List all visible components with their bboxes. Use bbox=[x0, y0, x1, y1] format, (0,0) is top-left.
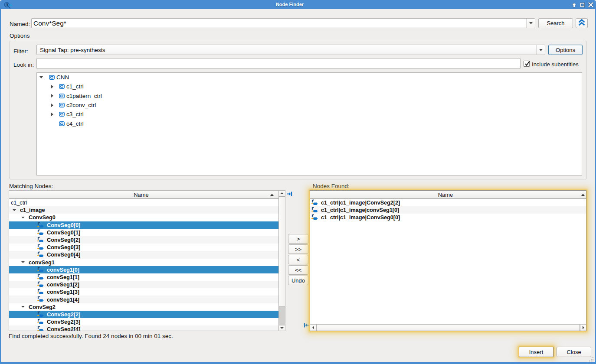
matching-node-row[interactable]: ConvSeg0[0] bbox=[9, 221, 279, 229]
expand-arrow-expanded[interactable] bbox=[21, 303, 25, 311]
registered-node-icon bbox=[37, 281, 44, 288]
tree-item-CNN[interactable]: CNN bbox=[37, 73, 582, 82]
tree-item-label: c1pattern_ctrl bbox=[66, 93, 102, 99]
expand-arrow-expanded[interactable] bbox=[39, 73, 43, 82]
tree-item-c1pattern_ctrl[interactable]: c1pattern_ctrl bbox=[37, 91, 582, 101]
options-button[interactable]: Options bbox=[548, 45, 583, 55]
found-node-row[interactable]: c1_ctrl|c1_image|ConvSeg0[0] bbox=[310, 214, 586, 221]
tree-item-c3_ctrl[interactable]: c3_ctrl bbox=[37, 110, 582, 119]
maximize-button[interactable] bbox=[580, 3, 585, 7]
remove-all-button[interactable]: << bbox=[288, 265, 308, 275]
node-label: ConvSeg0[3] bbox=[47, 244, 80, 250]
expand-arrow-collapsed[interactable] bbox=[50, 101, 54, 110]
matching-nodes-table[interactable]: Name c1_ctrlc1_imageConvSeg0 ConvSeg0[0]… bbox=[9, 190, 285, 331]
filter-label: Filter: bbox=[13, 48, 28, 55]
registered-node-icon bbox=[311, 214, 318, 221]
search-button[interactable]: Search bbox=[538, 18, 573, 28]
column-header-label: Name bbox=[438, 192, 453, 198]
named-dropdown-icon[interactable] bbox=[526, 19, 535, 28]
hierarchy-tree[interactable]: CNN c1_ctrl c1pattern_ctrl c2conv_ctrl c… bbox=[36, 72, 582, 176]
titlebar[interactable]: Node Finder bbox=[0, 0, 596, 9]
matching-node-row[interactable]: convSeg1[1] bbox=[9, 273, 279, 281]
matching-node-row[interactable]: c1_ctrl bbox=[9, 199, 279, 206]
matching-node-row[interactable]: convSeg1[0] bbox=[9, 266, 279, 273]
node-label: convSeg1[3] bbox=[47, 289, 79, 295]
matching-node-row[interactable]: ConvSeg0[2] bbox=[9, 236, 279, 244]
nodes-found-table[interactable]: Name c1_ctrl|c1_image|ConvSeg2[2] c1_ctr… bbox=[310, 190, 586, 331]
tree-item-label: c4_ctrl bbox=[66, 120, 84, 127]
matching-node-row[interactable]: convSeg1[4] bbox=[9, 296, 279, 303]
tree-item-c1_ctrl[interactable]: c1_ctrl bbox=[37, 82, 582, 91]
matching-node-row[interactable]: ConvSeg2[4] bbox=[9, 325, 279, 331]
found-horizontal-scrollbar[interactable] bbox=[310, 324, 586, 331]
scroll-left-button[interactable] bbox=[310, 325, 316, 331]
undo-button[interactable]: Undo bbox=[288, 276, 308, 285]
expand-arrow-expanded[interactable] bbox=[13, 206, 16, 214]
tree-item-label: c3_ctrl bbox=[66, 111, 84, 117]
node-label: convSeg1 bbox=[29, 259, 55, 266]
add-selected-button[interactable]: > bbox=[288, 234, 308, 244]
node-label: c1_ctrl bbox=[11, 199, 27, 206]
node-label: convSeg1[0] bbox=[47, 266, 79, 273]
close-button[interactable]: Close bbox=[557, 347, 591, 357]
entity-icon bbox=[49, 73, 55, 82]
shade-button[interactable] bbox=[572, 3, 576, 7]
tree-item-label: CNN bbox=[56, 74, 69, 81]
filter-dropdown-icon[interactable] bbox=[536, 45, 545, 55]
include-subentities-checkbox[interactable] bbox=[524, 61, 530, 67]
matching-vertical-scrollbar[interactable] bbox=[278, 191, 285, 331]
found-node-row[interactable]: c1_ctrl|c1_image|ConvSeg2[2] bbox=[310, 199, 586, 206]
matching-node-row[interactable]: convSeg1 bbox=[9, 259, 279, 266]
entity-icon bbox=[49, 75, 55, 80]
matching-nodes-header[interactable]: Name bbox=[9, 191, 278, 199]
registered-node-icon bbox=[37, 244, 44, 251]
named-label: Named: bbox=[10, 21, 30, 27]
expand-arrow-collapsed[interactable] bbox=[50, 110, 54, 119]
lookin-label: Look in: bbox=[13, 62, 34, 68]
window-title: Node Finder bbox=[0, 0, 580, 9]
collapse-panel-button[interactable] bbox=[576, 18, 588, 28]
tree-item-c4_ctrl[interactable]: c4_ctrl bbox=[37, 119, 582, 128]
entity-icon bbox=[59, 121, 65, 126]
expand-arrow-collapsed[interactable] bbox=[50, 91, 54, 101]
scrollbar-track[interactable] bbox=[279, 306, 285, 325]
filter-combobox[interactable]: Signal Tap: pre-synthesis bbox=[36, 45, 545, 55]
node-label: ConvSeg0[4] bbox=[47, 251, 80, 258]
expand-arrow-expanded[interactable] bbox=[21, 214, 25, 221]
remove-selected-button[interactable]: < bbox=[288, 255, 308, 264]
named-input[interactable] bbox=[32, 19, 526, 27]
matching-node-row[interactable]: ConvSeg2[3] bbox=[9, 318, 279, 325]
expand-arrow-collapsed[interactable] bbox=[50, 82, 54, 91]
matching-node-row[interactable]: ConvSeg0[4] bbox=[9, 251, 279, 258]
lookin-input[interactable] bbox=[36, 58, 521, 69]
matching-node-row[interactable]: convSeg1[3] bbox=[9, 288, 279, 296]
expand-arrow-expanded[interactable] bbox=[21, 259, 25, 266]
matching-node-row[interactable]: ConvSeg2[2] bbox=[9, 311, 279, 318]
scroll-up-button[interactable] bbox=[279, 191, 285, 196]
nodes-found-header[interactable]: Name bbox=[310, 191, 586, 199]
matching-node-row[interactable]: ConvSeg0 bbox=[9, 214, 279, 221]
entity-icon bbox=[59, 101, 65, 110]
resize-grip[interactable] bbox=[588, 356, 594, 361]
named-combobox[interactable] bbox=[31, 18, 535, 28]
matching-node-row[interactable]: ConvSeg2 bbox=[9, 303, 279, 311]
options-groupbox: Filter: Signal Tap: pre-synthesis Option… bbox=[10, 41, 586, 179]
add-all-button[interactable]: >> bbox=[288, 244, 308, 254]
matching-node-row[interactable]: ConvSeg0[3] bbox=[9, 244, 279, 251]
matching-node-row[interactable]: convSeg1[2] bbox=[9, 281, 279, 288]
matching-node-row[interactable]: ConvSeg0[1] bbox=[9, 229, 279, 236]
found-node-row[interactable]: c1_ctrl|c1_image|convSeg1[0] bbox=[310, 206, 586, 214]
scroll-down-button[interactable] bbox=[279, 325, 285, 331]
scrollbar-thumb[interactable] bbox=[316, 325, 580, 331]
node-label: convSeg1[4] bbox=[47, 296, 79, 303]
tree-item-c2conv_ctrl[interactable]: c2conv_ctrl bbox=[37, 101, 582, 110]
scrollbar-thumb[interactable] bbox=[279, 196, 285, 306]
matching-node-row[interactable]: c1_image bbox=[9, 206, 279, 214]
include-subentities-label: Include subentities bbox=[532, 61, 579, 68]
insert-button[interactable]: Insert bbox=[519, 347, 553, 357]
node-label: c1_ctrl|c1_image|ConvSeg0[0] bbox=[321, 214, 400, 221]
sort-ascending-icon bbox=[581, 194, 585, 196]
close-button-titlebar[interactable] bbox=[588, 2, 593, 7]
scroll-right-button[interactable] bbox=[580, 325, 586, 331]
node-label: ConvSeg0 bbox=[29, 214, 56, 221]
